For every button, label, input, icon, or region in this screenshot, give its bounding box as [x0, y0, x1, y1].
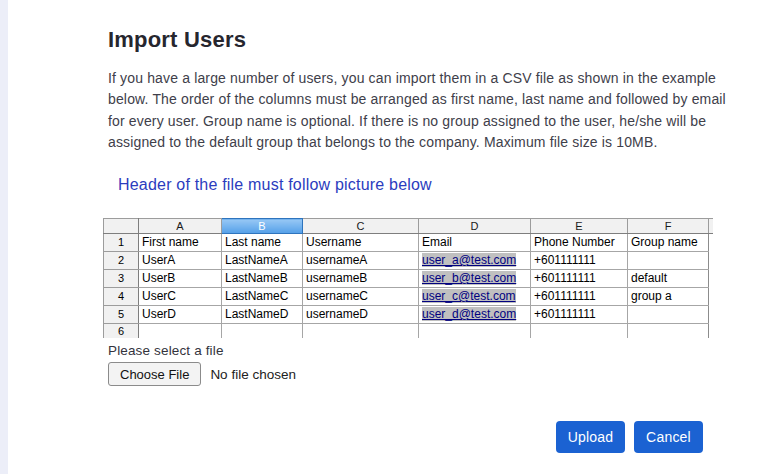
cancel-button[interactable]: Cancel — [634, 421, 703, 453]
spreadsheet-cell: Email — [419, 234, 531, 252]
spreadsheet-example-image: ABCDEF1First nameLast nameUsernameEmailP… — [103, 218, 713, 338]
spreadsheet-cell: Group name — [628, 234, 709, 252]
spreadsheet-cell: usernameC — [303, 288, 419, 306]
spreadsheet-table: ABCDEF1First nameLast nameUsernameEmailP… — [103, 218, 713, 338]
spreadsheet-cell: user_a@test.com — [419, 252, 531, 270]
page-left-strip — [0, 0, 8, 474]
spreadsheet-row-1: 1First nameLast nameUsernameEmailPhone N… — [104, 234, 713, 252]
spreadsheet-column-header-d: D — [419, 219, 531, 234]
spreadsheet-cell — [419, 324, 531, 339]
upload-button[interactable]: Upload — [556, 421, 625, 453]
spreadsheet-partial-row: 6 — [104, 324, 713, 339]
spreadsheet-cell: Phone Number — [531, 234, 628, 252]
spreadsheet-cell: LastNameD — [222, 306, 303, 324]
spreadsheet-row-number: 3 — [104, 270, 139, 288]
spreadsheet-cell: default — [628, 270, 709, 288]
spreadsheet-cell — [303, 324, 419, 339]
spreadsheet-cell: +601111111 — [531, 288, 628, 306]
choose-file-button[interactable]: Choose File — [108, 362, 201, 386]
spreadsheet-corner-cell — [104, 219, 139, 234]
spreadsheet-cell: UserD — [139, 306, 222, 324]
spreadsheet-column-header-e: E — [531, 219, 628, 234]
spreadsheet-column-header-c: C — [303, 219, 419, 234]
spreadsheet-cell: LastNameB — [222, 270, 303, 288]
spreadsheet-cell — [139, 324, 222, 339]
spreadsheet-cell: Username — [303, 234, 419, 252]
spreadsheet-cell: user_d@test.com — [419, 306, 531, 324]
spreadsheet-column-header-a: A — [139, 219, 222, 234]
email-link-text: user_a@test.com — [422, 253, 516, 267]
spreadsheet-row-number: 2 — [104, 252, 139, 270]
spreadsheet-column-header-f: F — [628, 219, 709, 234]
email-link-text: user_d@test.com — [422, 307, 516, 321]
page-title: Import Users — [108, 27, 246, 53]
spreadsheet-cell — [628, 324, 709, 339]
spreadsheet-cell: +601111111 — [531, 306, 628, 324]
file-status-text: No file chosen — [210, 367, 296, 382]
spreadsheet-row-number: 4 — [104, 288, 139, 306]
spreadsheet-cell — [628, 252, 709, 270]
table-caption: Header of the file must follow picture b… — [118, 176, 432, 194]
spreadsheet-cell — [531, 324, 628, 339]
spreadsheet-cell: Last name — [222, 234, 303, 252]
spreadsheet-cell: usernameB — [303, 270, 419, 288]
spreadsheet-column-header-sliver — [709, 219, 713, 234]
spreadsheet-row-2: 2UserALastNameAusernameAuser_a@test.com+… — [104, 252, 713, 270]
spreadsheet-row-5: 5UserDLastNameDusernameDuser_d@test.com+… — [104, 306, 713, 324]
spreadsheet-row-number: 5 — [104, 306, 139, 324]
spreadsheet-cell: UserA — [139, 252, 222, 270]
spreadsheet-cell: user_b@test.com — [419, 270, 531, 288]
spreadsheet-cell: group a — [628, 288, 709, 306]
email-link-text: user_b@test.com — [422, 271, 516, 285]
spreadsheet-cell — [628, 306, 709, 324]
spreadsheet-row-3: 3UserBLastNameBusernameBuser_b@test.com+… — [104, 270, 713, 288]
spreadsheet-row-number: 6 — [104, 324, 139, 339]
file-input: Choose File No file chosen — [108, 362, 296, 386]
spreadsheet-cell: usernameD — [303, 306, 419, 324]
spreadsheet-cell: LastNameA — [222, 252, 303, 270]
spreadsheet-cell: +601111111 — [531, 252, 628, 270]
spreadsheet-cell: +601111111 — [531, 270, 628, 288]
import-description: If you have a large number of users, you… — [108, 68, 726, 154]
spreadsheet-cell — [222, 324, 303, 339]
spreadsheet-row-4: 4UserCLastNameCusernameCuser_c@test.com+… — [104, 288, 713, 306]
spreadsheet-cell: usernameA — [303, 252, 419, 270]
email-link-text: user_c@test.com — [422, 289, 516, 303]
spreadsheet-column-header-b: B — [222, 219, 303, 234]
spreadsheet-cell: UserC — [139, 288, 222, 306]
spreadsheet-cell: UserB — [139, 270, 222, 288]
spreadsheet-row-number: 1 — [104, 234, 139, 252]
spreadsheet-cell: First name — [139, 234, 222, 252]
spreadsheet-cell: LastNameC — [222, 288, 303, 306]
spreadsheet-cell: user_c@test.com — [419, 288, 531, 306]
import-users-page: Import Users If you have a large number … — [0, 0, 766, 474]
file-select-label: Please select a file — [108, 343, 224, 358]
